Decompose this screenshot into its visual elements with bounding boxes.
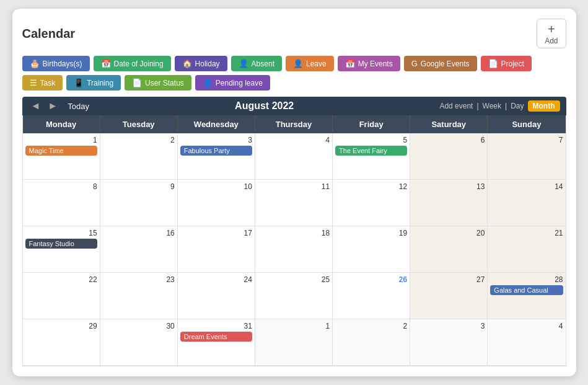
calendar-grid: MondayTuesdayWednesdayThursdayFridaySatu… — [22, 115, 566, 366]
table-row[interactable]: 11 — [255, 180, 333, 226]
training-label: Training — [87, 79, 113, 87]
absent-label: Absent — [252, 60, 274, 68]
task-label: Task — [40, 79, 56, 87]
project-icon: 📄 — [488, 59, 498, 68]
filter-absent[interactable]: 👤Absent — [231, 56, 282, 71]
prev-button[interactable]: ◄ — [29, 100, 43, 112]
table-row[interactable]: 12 — [333, 180, 410, 226]
user-status-label: User Status — [145, 79, 184, 87]
filter-my-events[interactable]: 📅My Events — [338, 56, 400, 71]
day-num-2-6: 21 — [490, 229, 563, 237]
day-header-thursday: Thursday — [255, 115, 333, 133]
filters-row: 🎂Birthdays(s)📅Date of Joining🏠Holiday👤Ab… — [22, 56, 566, 91]
filter-leave[interactable]: 👤Leave — [286, 56, 334, 71]
table-row[interactable]: 24 — [178, 273, 255, 319]
list-item[interactable]: The Event Fairy — [335, 146, 407, 156]
filter-pending-leave[interactable]: 👤Pending leave — [195, 75, 270, 91]
filter-google-events[interactable]: GGoogle Events — [404, 56, 477, 71]
table-row[interactable]: 31Dream Events — [178, 319, 255, 366]
filter-date-of-joining[interactable]: 📅Date of Joining — [94, 56, 171, 71]
plus-icon: + — [548, 22, 555, 37]
date-of-joining-icon: 📅 — [101, 59, 111, 68]
day-num-4-3: 1 — [258, 322, 330, 330]
day-num-4-1: 30 — [103, 322, 175, 330]
table-row[interactable]: 27 — [410, 273, 488, 319]
day-num-0-4: 5 — [335, 136, 407, 144]
table-row[interactable]: 9 — [100, 180, 178, 226]
table-row[interactable]: 23 — [100, 273, 178, 319]
table-row[interactable]: 2 — [333, 319, 410, 366]
table-row[interactable]: 30 — [100, 319, 178, 366]
holiday-icon: 🏠 — [182, 59, 192, 68]
table-row[interactable]: 26 — [333, 273, 410, 319]
add-event-link[interactable]: Add event — [439, 102, 473, 110]
table-row[interactable]: 19 — [333, 226, 410, 273]
table-row[interactable]: 4 — [488, 319, 565, 366]
table-row[interactable]: 21 — [488, 226, 565, 273]
day-num-2-4: 19 — [335, 229, 407, 237]
table-row[interactable]: 18 — [255, 226, 333, 273]
list-item[interactable]: Fabulous Party — [180, 146, 252, 156]
filter-training[interactable]: 📱Training — [66, 75, 121, 91]
filter-user-status[interactable]: 📄User Status — [125, 75, 191, 91]
week-link[interactable]: Week — [483, 102, 501, 110]
day-num-0-5: 6 — [413, 136, 485, 144]
table-row[interactable]: 6 — [410, 133, 488, 180]
pending-leave-label: Pending leave — [216, 79, 263, 87]
table-row[interactable]: 8 — [23, 180, 100, 226]
nav-arrows: ◄ ► Today — [29, 100, 89, 112]
day-num-0-3: 4 — [258, 136, 330, 144]
table-row[interactable]: 15Fantasy Studio — [23, 226, 100, 273]
list-item[interactable]: Dream Events — [180, 332, 252, 342]
table-row[interactable]: 7 — [488, 133, 565, 180]
filter-project[interactable]: 📄Project — [481, 56, 532, 71]
day-num-3-2: 24 — [180, 275, 252, 284]
day-header-sunday: Sunday — [488, 115, 565, 133]
table-row[interactable]: 16 — [100, 226, 178, 273]
table-row[interactable]: 1Magic Time — [23, 133, 100, 180]
filter-task[interactable]: ☰Task — [22, 75, 63, 91]
day-num-0-6: 7 — [490, 136, 563, 144]
today-button[interactable]: Today — [68, 102, 89, 111]
add-button[interactable]: + Add — [537, 19, 566, 48]
calendar-title: Calendar — [22, 27, 76, 41]
nav-right: Add event | Week | Day Month — [439, 100, 559, 112]
table-row[interactable]: 2 — [100, 133, 178, 180]
list-item[interactable]: Magic Time — [25, 146, 97, 156]
table-row[interactable]: 17 — [178, 226, 255, 273]
absent-icon: 👤 — [239, 59, 248, 68]
day-num-1-0: 8 — [25, 182, 97, 191]
day-num-4-0: 29 — [25, 322, 97, 330]
table-row[interactable]: 5The Event Fairy — [333, 133, 410, 180]
table-row[interactable]: 3Fabulous Party — [178, 133, 255, 180]
table-row[interactable]: 1 — [255, 319, 333, 366]
holiday-label: Holiday — [195, 60, 220, 68]
calendar-body: 1Magic Time23Fabulous Party45The Event F… — [23, 133, 566, 366]
day-header-saturday: Saturday — [410, 115, 488, 133]
day-header-tuesday: Tuesday — [100, 115, 178, 133]
day-link[interactable]: Day — [511, 102, 524, 110]
table-row[interactable]: 25 — [255, 273, 333, 319]
day-num-0-1: 2 — [103, 136, 175, 144]
table-row[interactable]: 3 — [410, 319, 488, 366]
table-row[interactable]: 4 — [255, 133, 333, 180]
list-item[interactable]: Fantasy Studio — [25, 239, 97, 249]
filter-holiday[interactable]: 🏠Holiday — [175, 56, 227, 71]
day-num-1-2: 10 — [180, 182, 252, 191]
my-events-icon: 📅 — [345, 59, 355, 68]
table-row[interactable]: 29 — [23, 319, 100, 366]
table-row[interactable]: 13 — [410, 180, 488, 226]
table-row[interactable]: 22 — [23, 273, 100, 319]
list-item[interactable]: Galas and Casual — [490, 285, 563, 295]
filter-birthdays[interactable]: 🎂Birthdays(s) — [22, 56, 90, 71]
add-label: Add — [545, 37, 558, 45]
project-label: Project — [501, 60, 524, 68]
table-row[interactable]: 14 — [488, 180, 565, 226]
day-num-2-3: 18 — [258, 229, 330, 237]
table-row[interactable]: 20 — [410, 226, 488, 273]
table-row[interactable]: 28Galas and Casual — [488, 273, 565, 319]
leave-icon: 👤 — [293, 59, 303, 68]
month-badge[interactable]: Month — [528, 100, 560, 112]
next-button[interactable]: ► — [45, 100, 60, 112]
table-row[interactable]: 10 — [178, 180, 255, 226]
